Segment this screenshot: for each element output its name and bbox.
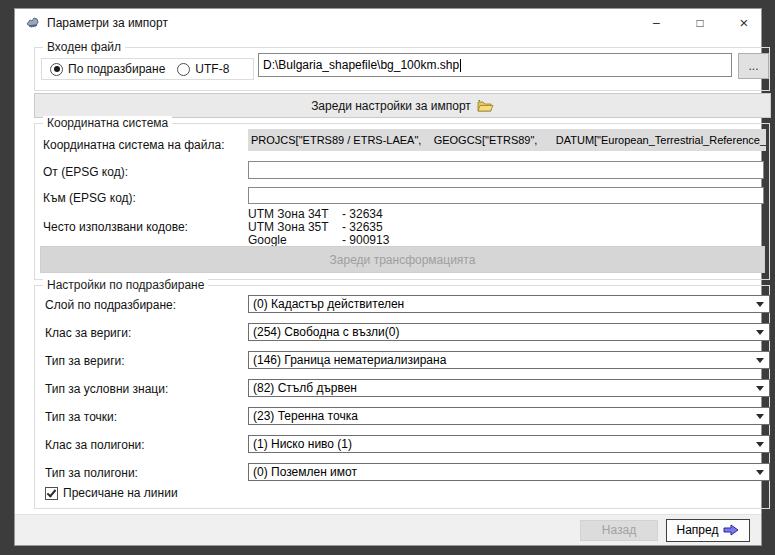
browse-button[interactable]: ... [738, 53, 769, 79]
polygon-class-label: Клас за полигони: [45, 438, 145, 452]
load-transformation-button[interactable]: Зареди трансформацията [40, 246, 765, 273]
chain-class-label: Клас за вериги: [45, 326, 131, 340]
common-codes-label: Често използвани кодове: [43, 220, 188, 234]
load-import-settings-label: Зареди настройки за импорт [311, 99, 471, 113]
common-codes-list: UTM Зона 34T - 32634 UTM Зона 35T - 3263… [248, 208, 389, 247]
encoding-radio-group: По подразбиране UTF-8 [41, 58, 254, 80]
epsg-to-input[interactable] [248, 187, 764, 204]
file-path-input[interactable]: D:\Bulgaria_shapefile\bg_100km.shp [258, 53, 732, 77]
radio-default-icon [50, 63, 63, 76]
default-layer-label: Слой по подразбиране: [45, 298, 176, 312]
footer-bar: Назад Напред [15, 514, 761, 545]
file-crs-value: PROJCS["ETRS89 / ETRS-LAEA", GEOGCS["ETR… [248, 129, 766, 151]
text-caret [460, 59, 461, 72]
chain-class-combo[interactable]: (254) Свободна с възли(0) [248, 323, 770, 341]
symbol-type-combo[interactable]: (82) Стълб дървен [248, 379, 770, 397]
point-type-combo[interactable]: (23) Теренна точка [248, 407, 770, 425]
next-button-label: Напред [677, 523, 719, 537]
checkbox-checked-icon [45, 487, 58, 500]
input-file-group: Входен файл По подразбиране UTF-8 D:\Bul… [34, 47, 770, 91]
default-layer-combo[interactable]: (0) Кадастър действителен [248, 295, 770, 313]
app-icon [25, 15, 41, 31]
chevron-down-icon [751, 358, 769, 363]
coordinate-system-group-label: Координатна система [43, 116, 172, 130]
line-intersection-checkbox[interactable]: Пресичане на линии [45, 486, 178, 500]
chevron-down-icon [751, 414, 769, 419]
radio-utf8-icon [177, 63, 190, 76]
radio-utf8-label: UTF-8 [195, 62, 229, 76]
epsg-from-label: От (EPSG код): [43, 165, 128, 179]
polygon-type-label: Тип за полигони: [45, 466, 138, 480]
minimize-button[interactable]: − [641, 13, 671, 33]
arrow-right-icon [723, 524, 739, 536]
file-crs-label: Координатна система на файла: [43, 138, 225, 152]
close-button[interactable]: × [729, 13, 759, 33]
chevron-down-icon [751, 470, 769, 475]
coordinate-system-group: Координатна система Координатна система … [34, 123, 770, 280]
window-title: Параметри за импорт [47, 16, 168, 30]
epsg-to-label: Към (EPSG код): [43, 191, 136, 205]
load-import-settings-button[interactable]: Зареди настройки за импорт [34, 93, 771, 118]
line-intersection-label: Пресичане на линии [63, 486, 178, 500]
chain-type-label: Тип за вериги: [45, 354, 125, 368]
chevron-down-icon [751, 442, 769, 447]
radio-encoding-utf8[interactable]: UTF-8 [177, 62, 229, 76]
epsg-from-input[interactable] [248, 161, 764, 179]
radio-default-label: По подразбиране [68, 62, 165, 76]
radio-encoding-default[interactable]: По подразбиране [50, 62, 165, 76]
chain-type-combo[interactable]: (146) Граница нематериализирана [248, 351, 770, 369]
folder-open-icon [477, 99, 494, 113]
import-parameters-dialog: Параметри за импорт − □ × Входен файл По… [14, 8, 762, 546]
default-settings-group: Настройки по подразбиране Слой по подраз… [34, 285, 770, 509]
next-button[interactable]: Напред [666, 519, 750, 542]
input-file-group-label: Входен файл [43, 40, 125, 54]
polygon-class-combo[interactable]: (1) Ниско ниво (1) [248, 435, 770, 453]
polygon-type-combo[interactable]: (0) Поземлен имот [248, 463, 770, 481]
chevron-down-icon [751, 330, 769, 335]
default-settings-group-label: Настройки по подразбиране [43, 278, 208, 292]
chevron-down-icon [751, 386, 769, 391]
title-bar: Параметри за импорт − □ × [15, 9, 761, 37]
point-type-label: Тип за точки: [45, 410, 117, 424]
desktop-background: Параметри за импорт − □ × Входен файл По… [0, 0, 775, 555]
maximize-button[interactable]: □ [685, 13, 715, 33]
chevron-down-icon [751, 302, 769, 307]
back-button[interactable]: Назад [580, 520, 658, 541]
symbol-type-label: Тип за условни знаци: [45, 382, 168, 396]
